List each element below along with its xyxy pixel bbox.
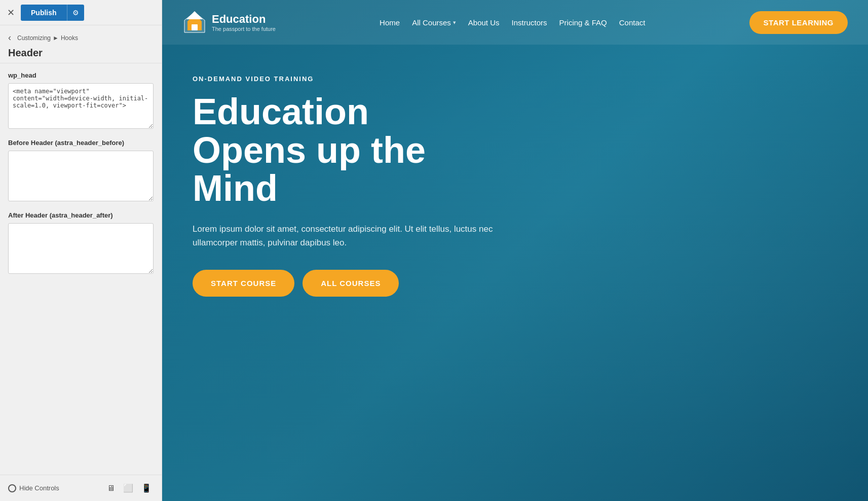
- nav-link-about[interactable]: About Us: [468, 18, 500, 27]
- panel-title: Header: [8, 47, 154, 59]
- nav-link-home[interactable]: Home: [380, 18, 400, 27]
- bottom-bar: Hide Controls 🖥 ⬜ 📱: [0, 475, 162, 501]
- nav-link-all-courses[interactable]: All Courses ▾: [412, 18, 456, 27]
- before-header-textarea[interactable]: [8, 151, 154, 201]
- nav-link-instructors[interactable]: Instructors: [512, 18, 547, 27]
- start-course-button[interactable]: START COURSE: [193, 270, 294, 297]
- back-button[interactable]: ‹: [8, 30, 15, 45]
- nav-link-home-label: Home: [380, 18, 400, 27]
- svg-rect-3: [192, 24, 198, 30]
- nav-links: Home All Courses ▾ About Us Instructors …: [380, 18, 645, 27]
- publish-button[interactable]: Publish: [21, 5, 67, 21]
- hero-description: Lorem ipsum dolor sit amet, consectetur …: [193, 222, 497, 249]
- wp-head-textarea[interactable]: [8, 83, 154, 129]
- hero-content: ON-DEMAND VIDEO TRAINING Education Opens…: [162, 45, 568, 317]
- svg-marker-2: [186, 11, 203, 19]
- breadcrumb-area: ‹ Customizing ► Hooks Header: [0, 25, 162, 63]
- hero-badge: ON-DEMAND VIDEO TRAINING: [193, 75, 537, 83]
- before-header-label: Before Header (astra_header_before): [8, 139, 154, 147]
- nav-link-contact[interactable]: Contact: [619, 18, 646, 27]
- breadcrumb-section: Hooks: [61, 34, 78, 42]
- gear-button[interactable]: ⚙: [67, 5, 84, 21]
- hero-title-line3: Mind: [193, 168, 278, 208]
- logo-text: Education The passport to the future: [212, 13, 276, 32]
- panel-content: wp_head Before Header (astra_header_befo…: [0, 63, 162, 475]
- nav-link-contact-label: Contact: [619, 18, 646, 27]
- nav-link-instructors-label: Instructors: [512, 18, 547, 27]
- start-learning-button[interactable]: START LEARNING: [749, 11, 848, 34]
- hero-title-line1: Education: [193, 91, 369, 132]
- chevron-down-icon: ▾: [453, 19, 456, 26]
- nav-link-all-courses-label: All Courses: [412, 18, 451, 27]
- logo-name: Education: [212, 13, 276, 26]
- after-header-label: After Header (astra_header_after): [8, 211, 154, 219]
- publish-controls: Publish ⚙: [21, 5, 84, 21]
- top-bar: ✕ Publish ⚙: [0, 0, 162, 25]
- breadcrumb: Customizing ► Hooks: [17, 34, 78, 42]
- hide-controls-label: Hide Controls: [19, 484, 59, 492]
- nav-link-about-label: About Us: [468, 18, 500, 27]
- tablet-icon[interactable]: ⬜: [121, 481, 135, 495]
- breadcrumb-separator: ►: [53, 34, 59, 42]
- hero-title-line2: Opens up the: [193, 130, 426, 170]
- hero-buttons: START COURSE ALL COURSES: [193, 270, 537, 297]
- mobile-icon[interactable]: 📱: [139, 481, 154, 495]
- customizer-panel: ✕ Publish ⚙ ‹ Customizing ► Hooks Header…: [0, 0, 162, 501]
- preview-area: Education The passport to the future Hom…: [162, 0, 868, 501]
- site-nav: Education The passport to the future Hom…: [162, 0, 868, 45]
- desktop-icon[interactable]: 🖥: [105, 481, 117, 495]
- all-courses-button[interactable]: ALL COURSES: [303, 270, 399, 297]
- site-logo: Education The passport to the future: [182, 10, 276, 34]
- after-header-textarea[interactable]: [8, 223, 154, 274]
- close-button[interactable]: ✕: [5, 5, 17, 20]
- hero-title: Education Opens up the Mind: [193, 93, 537, 208]
- nav-link-pricing[interactable]: Pricing & FAQ: [559, 18, 607, 27]
- wp-head-label: wp_head: [8, 71, 154, 79]
- device-icons: 🖥 ⬜ 📱: [105, 481, 154, 495]
- circle-icon: [8, 484, 16, 492]
- logo-icon: [182, 10, 207, 34]
- breadcrumb-root: Customizing: [17, 34, 51, 42]
- logo-tagline: The passport to the future: [212, 26, 276, 32]
- hide-controls-button[interactable]: Hide Controls: [8, 484, 59, 492]
- nav-link-pricing-label: Pricing & FAQ: [559, 18, 607, 27]
